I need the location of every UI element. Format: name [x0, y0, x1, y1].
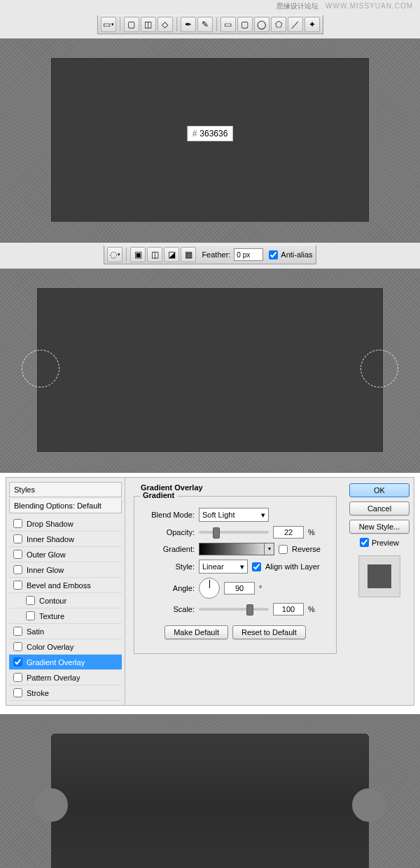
checkbox[interactable] — [13, 627, 22, 636]
pen-tool-icon[interactable]: ✒ — [181, 17, 196, 32]
opacity-row: Opacity: % — [143, 526, 328, 539]
style-item-pattern-overlay[interactable]: Pattern Overlay — [9, 670, 122, 685]
percent-label: % — [308, 605, 315, 613]
ellipse-shape-icon[interactable]: ◯ — [254, 17, 270, 32]
blending-options-header[interactable]: Blending Options: Default — [9, 499, 122, 513]
dark-rectangle-1: # 363636 — [51, 58, 369, 222]
gradient-row: Gradient: ▾ Reverse — [143, 543, 328, 555]
layer-style-wrap: Styles Blending Options: Default Drop Sh… — [0, 473, 420, 714]
new-selection-icon[interactable]: ▣ — [130, 247, 146, 262]
hash-symbol: # — [192, 129, 197, 138]
style-label: Stroke — [27, 689, 49, 697]
layer-style-dialog: Styles Blending Options: Default Drop Sh… — [6, 477, 414, 706]
reset-default-button[interactable]: Reset to Default — [232, 625, 306, 639]
style-select[interactable]: Linear▾ — [199, 560, 248, 574]
checkbox[interactable] — [13, 688, 22, 697]
watermark-site: 思缘设计论坛 — [276, 2, 318, 10]
ok-button[interactable]: OK — [349, 483, 410, 497]
checkbox[interactable] — [13, 657, 22, 667]
make-default-button[interactable]: Make Default — [164, 625, 228, 639]
rect-shape-icon[interactable]: ▭ — [220, 17, 236, 32]
rectangle-tool-icon[interactable]: ▭▾ — [101, 17, 116, 32]
style-item-inner-glow[interactable]: Inner Glow — [9, 562, 122, 578]
style-label: Inner Shadow — [27, 535, 74, 543]
gradient-picker[interactable]: ▾ — [199, 543, 274, 555]
align-checkbox[interactable] — [252, 562, 261, 571]
scale-input[interactable] — [273, 603, 304, 616]
watermark-url: WWW.MISSYUAN.COM — [326, 2, 413, 10]
select-value: Soft Light — [202, 511, 234, 519]
line-shape-icon[interactable]: ／ — [288, 17, 303, 32]
style-item-texture[interactable]: Texture — [9, 609, 122, 624]
checkbox[interactable] — [26, 611, 35, 620]
angle-row: Angle: ° — [143, 578, 328, 599]
hex-value: 363636 — [200, 129, 227, 138]
opacity-input[interactable] — [273, 526, 304, 539]
new-style-button[interactable]: New Style... — [349, 520, 410, 534]
subtract-selection-icon[interactable]: ◪ — [164, 247, 179, 262]
style-label: Outer Glow — [27, 550, 66, 559]
intersect-path-icon[interactable]: ◇ — [158, 17, 173, 32]
marquee-toolbar-wrap: ◌▾ ▣ ◫ ◪ ▦ Feather: Anti-alias — [0, 243, 420, 269]
marquee-toolbar: ◌▾ ▣ ◫ ◪ ▦ Feather: Anti-alias — [104, 245, 316, 264]
style-label: Pattern Overlay — [27, 674, 80, 682]
checkbox[interactable] — [13, 673, 22, 682]
feather-input[interactable] — [234, 248, 263, 261]
custom-shape-icon[interactable]: ✦ — [304, 17, 320, 32]
preview-checkbox[interactable] — [360, 538, 369, 547]
blend-mode-label: Blend Mode: — [143, 511, 195, 519]
style-item-color-overlay[interactable]: Color Overlay — [9, 639, 122, 655]
ellipse-marquee-icon[interactable]: ◌▾ — [107, 247, 122, 262]
reverse-checkbox[interactable] — [279, 545, 288, 554]
checkbox[interactable] — [26, 596, 35, 605]
gradient-fieldset: Gradient Blend Mode: Soft Light▾ Opacity… — [134, 496, 337, 654]
style-item-satin[interactable]: Satin — [9, 624, 122, 639]
angle-input[interactable] — [224, 582, 255, 595]
style-item-stroke[interactable]: Stroke — [9, 685, 122, 701]
style-item-inner-shadow[interactable]: Inner Shadow — [9, 532, 122, 547]
checkbox[interactable] — [13, 565, 22, 574]
cancel-button[interactable]: Cancel — [349, 501, 410, 515]
style-item-gradient-overlay[interactable]: Gradient Overlay — [9, 655, 122, 670]
checkbox[interactable] — [13, 642, 22, 651]
intersect-selection-icon[interactable]: ▦ — [181, 247, 196, 262]
style-label: Inner Glow — [27, 566, 64, 574]
opacity-slider[interactable] — [199, 531, 269, 534]
options-column: Gradient Overlay Gradient Blend Mode: So… — [125, 478, 345, 705]
opacity-label: Opacity: — [143, 528, 195, 536]
style-item-drop-shadow[interactable]: Drop Shadow — [9, 516, 122, 532]
style-item-outer-glow[interactable]: Outer Glow — [9, 547, 122, 562]
style-item-contour[interactable]: Contour — [9, 593, 122, 609]
preview-swatch — [358, 555, 400, 597]
separator — [120, 17, 120, 31]
ticket-shape-result — [51, 734, 369, 868]
styles-header[interactable]: Styles — [9, 482, 122, 497]
rounded-rect-icon[interactable]: ▢ — [237, 17, 253, 32]
scale-slider[interactable] — [199, 608, 269, 611]
dark-rectangle-2 — [37, 288, 383, 452]
checkbox[interactable] — [13, 534, 22, 543]
angle-dial[interactable] — [199, 578, 220, 599]
preview-label: Preview — [372, 539, 399, 547]
style-label: Color Overlay — [27, 643, 74, 651]
checkbox[interactable] — [13, 550, 22, 559]
percent-label: % — [308, 528, 315, 536]
preview-toggle: Preview — [360, 538, 399, 547]
blend-mode-select[interactable]: Soft Light▾ — [199, 508, 269, 522]
style-item-bevel-emboss[interactable]: Bevel and Emboss — [9, 578, 122, 593]
add-selection-icon[interactable]: ◫ — [147, 247, 162, 262]
path-selection-icon[interactable]: ▢ — [124, 17, 139, 32]
blend-mode-row: Blend Mode: Soft Light▾ — [143, 508, 328, 522]
freeform-pen-icon[interactable]: ✎ — [197, 17, 213, 32]
degree-label: ° — [259, 584, 262, 592]
subtract-path-icon[interactable]: ◫ — [141, 17, 156, 32]
shape-toolbar-wrap: ▭▾ ▢ ◫ ◇ ✒ ✎ ▭ ▢ ◯ ⬠ ／ ✦ — [0, 13, 420, 38]
scale-label: Scale: — [143, 605, 195, 613]
reverse-label: Reverse — [292, 545, 321, 553]
antialias-checkbox[interactable] — [269, 250, 278, 259]
checkbox[interactable] — [13, 519, 22, 528]
styles-column: Styles Blending Options: Default Drop Sh… — [6, 478, 125, 705]
polygon-shape-icon[interactable]: ⬠ — [271, 17, 286, 32]
antialias-label: Anti-alias — [281, 250, 312, 259]
checkbox[interactable] — [13, 581, 22, 590]
